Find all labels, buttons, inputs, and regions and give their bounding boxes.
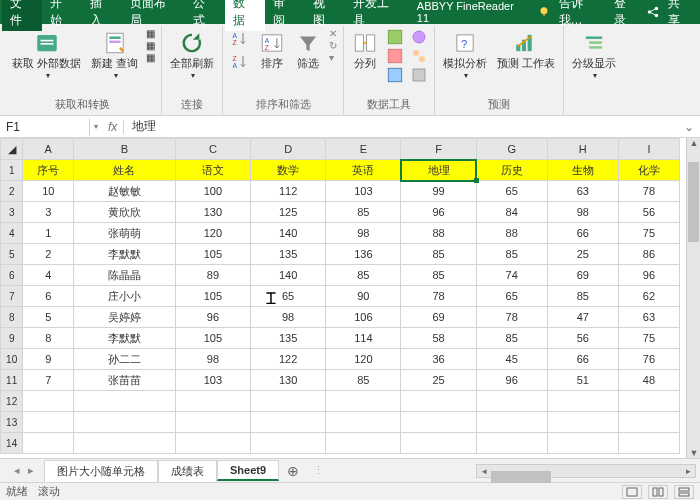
sheet-tab[interactable]: 图片大小随单元格 [44, 460, 158, 482]
cell[interactable]: 数学 [251, 160, 326, 181]
sort-asc-button[interactable]: AZ [229, 28, 251, 50]
cell[interactable]: 赵敏敏 [74, 181, 176, 202]
row-header[interactable]: 12 [1, 391, 23, 412]
cell[interactable]: 3 [23, 202, 74, 223]
cell[interactable]: 化学 [618, 160, 679, 181]
cell[interactable]: 56 [547, 328, 618, 349]
cell[interactable]: 生物 [547, 160, 618, 181]
formula-input[interactable]: 地理 [124, 116, 678, 137]
col-header[interactable]: I [618, 139, 679, 160]
cell[interactable]: 63 [547, 181, 618, 202]
cell[interactable]: 69 [401, 307, 476, 328]
cell[interactable]: 140 [251, 265, 326, 286]
cell[interactable]: 140 [251, 223, 326, 244]
cell[interactable]: 庄小小 [74, 286, 176, 307]
cell[interactable]: 7 [23, 370, 74, 391]
outline-button[interactable]: 分级显示▾ [570, 28, 618, 83]
col-header[interactable]: H [547, 139, 618, 160]
tab-nav-last[interactable]: ▸ [28, 464, 34, 477]
from-table[interactable]: ▦ [146, 40, 155, 51]
selected-cell[interactable]: 地理 [401, 160, 476, 181]
tab-addin[interactable]: ABBYY FineReader 11 [409, 0, 537, 26]
cell[interactable]: 76 [618, 349, 679, 370]
cell[interactable]: 58 [401, 328, 476, 349]
cell[interactable]: 孙二二 [74, 349, 176, 370]
relationships-icon[interactable] [410, 47, 428, 65]
normal-view-button[interactable] [622, 485, 642, 499]
row-header[interactable]: 8 [1, 307, 23, 328]
scroll-down[interactable]: ▼ [687, 448, 700, 458]
cell[interactable]: 9 [23, 349, 74, 370]
cell[interactable]: 李默默 [74, 244, 176, 265]
cell[interactable]: 96 [401, 202, 476, 223]
cell[interactable]: 65 [476, 181, 547, 202]
cell[interactable]: 136 [326, 244, 401, 265]
cell[interactable]: 98 [547, 202, 618, 223]
data-validation-icon[interactable] [386, 66, 404, 84]
cell[interactable]: 51 [547, 370, 618, 391]
row-header[interactable]: 9 [1, 328, 23, 349]
cell[interactable]: 85 [326, 370, 401, 391]
fx-icon[interactable]: fx [102, 120, 124, 134]
cell[interactable]: 8 [23, 328, 74, 349]
cell[interactable]: 张萌萌 [74, 223, 176, 244]
cell[interactable]: 85 [401, 244, 476, 265]
horizontal-scrollbar[interactable]: ◂ ▸ [476, 464, 696, 478]
cell[interactable]: 88 [401, 223, 476, 244]
cell[interactable]: 75 [618, 223, 679, 244]
row-header[interactable]: 14 [1, 433, 23, 454]
cell[interactable]: 语文 [175, 160, 250, 181]
cell[interactable]: 47 [547, 307, 618, 328]
cell[interactable]: 李默默 [74, 328, 176, 349]
cell[interactable]: 25 [547, 244, 618, 265]
cell[interactable]: 75 [618, 328, 679, 349]
cell[interactable]: 序号 [23, 160, 74, 181]
cell[interactable]: 90 [326, 286, 401, 307]
cell[interactable]: 65 [251, 286, 326, 307]
scroll-right[interactable]: ▸ [681, 466, 695, 476]
col-header[interactable]: G [476, 139, 547, 160]
tell-me[interactable]: 告诉我… [559, 0, 607, 29]
cell[interactable]: 86 [618, 244, 679, 265]
cell[interactable]: 105 [175, 286, 250, 307]
cell[interactable]: 120 [175, 223, 250, 244]
cell[interactable]: 78 [618, 181, 679, 202]
consolidate-icon[interactable] [410, 28, 428, 46]
row-header[interactable]: 13 [1, 412, 23, 433]
col-header[interactable]: A [23, 139, 74, 160]
cell[interactable]: 89 [175, 265, 250, 286]
cell[interactable]: 105 [175, 328, 250, 349]
flash-fill-icon[interactable] [386, 28, 404, 46]
share-button[interactable]: 共享 [668, 0, 692, 29]
cell[interactable]: 6 [23, 286, 74, 307]
remove-duplicates-icon[interactable] [386, 47, 404, 65]
vertical-scrollbar[interactable]: ▲ ▼ [686, 138, 700, 458]
cell[interactable]: 122 [251, 349, 326, 370]
row-header[interactable]: 7 [1, 286, 23, 307]
manage-data-model-icon[interactable] [410, 66, 428, 84]
cell[interactable]: 陈晶晶 [74, 265, 176, 286]
reapply-filter[interactable]: ↻ [329, 40, 337, 51]
cell[interactable]: 66 [547, 223, 618, 244]
cell[interactable]: 103 [175, 370, 250, 391]
cell[interactable]: 历史 [476, 160, 547, 181]
cell[interactable]: 98 [251, 307, 326, 328]
cell[interactable]: 4 [23, 265, 74, 286]
login-button[interactable]: 登录 [614, 0, 638, 29]
cell[interactable]: 25 [401, 370, 476, 391]
select-all-corner[interactable]: ◢ [1, 139, 23, 160]
scroll-up[interactable]: ▲ [687, 138, 700, 148]
cell[interactable]: 69 [547, 265, 618, 286]
grid[interactable]: ◢ A B C D E F G H I 1 序号 姓名 语文 数学 英语 地理 … [0, 138, 680, 454]
scroll-left[interactable]: ◂ [477, 466, 491, 476]
cell[interactable]: 姓名 [74, 160, 176, 181]
cell[interactable]: 66 [547, 349, 618, 370]
cell[interactable]: 吴婷婷 [74, 307, 176, 328]
cell[interactable]: 1 [23, 223, 74, 244]
page-layout-view-button[interactable] [648, 485, 668, 499]
col-header[interactable]: D [251, 139, 326, 160]
cell[interactable]: 135 [251, 244, 326, 265]
scroll-thumb[interactable] [491, 471, 551, 483]
cell[interactable]: 120 [326, 349, 401, 370]
new-sheet-button[interactable]: ⊕ [279, 463, 307, 479]
